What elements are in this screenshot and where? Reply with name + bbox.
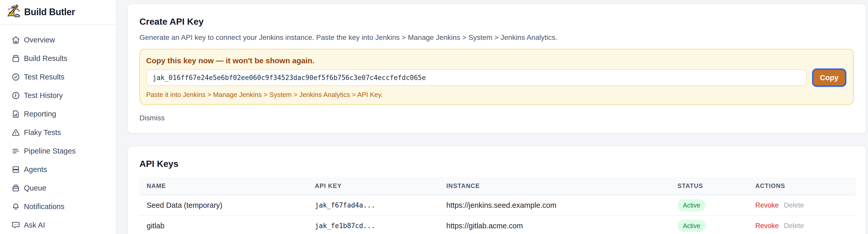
paste-instruction-note: Paste it into Jenkins > Manage Jenkins >… <box>146 91 847 99</box>
actions-cell: Revoke Delete <box>748 222 856 230</box>
create-api-key-description: Generate an API key to connect your Jenk… <box>140 33 854 42</box>
sidebar-item-label: Reporting <box>24 110 56 118</box>
sidebar-item-agents[interactable]: Agents <box>0 160 116 179</box>
sidebar-item-queue[interactable]: Queue <box>0 179 116 197</box>
api-keys-table: Name API Key Instance Status Actions See… <box>140 177 856 234</box>
bell-icon <box>11 202 20 211</box>
sidebar-item-label: Queue <box>24 184 46 192</box>
archive-icon <box>11 54 20 63</box>
sidebar-item-label: Overview <box>24 36 55 44</box>
main-content: Create API Key Generate an API key to co… <box>117 0 868 234</box>
page-title: Create API Key <box>140 16 854 27</box>
sidebar-item-reporting[interactable]: Reporting <box>0 105 116 123</box>
api-keys-card: API Keys Name API Key Instance Status Ac… <box>127 146 866 234</box>
key-name-cell: Seed Data (temporary) <box>140 201 308 210</box>
sidebar-item-notifications[interactable]: Notifications <box>0 197 116 216</box>
sidebar-item-label: Build Results <box>24 54 67 63</box>
sidebar-item-label: Ask AI <box>24 221 45 229</box>
alert-triangle-icon <box>11 128 20 137</box>
delete-button[interactable]: Delete <box>784 201 804 209</box>
api-keys-title: API Keys <box>140 158 856 170</box>
sidebar-item-build-results[interactable]: Build Results <box>0 49 116 68</box>
table-body: Seed Data (temporary) jak_f67fad4a... ht… <box>140 195 856 234</box>
sidebar-nav: Overview Build Results Test Results Test… <box>0 25 116 234</box>
delete-button[interactable]: Delete <box>784 222 804 230</box>
key-value-cell: jak_f67fad4a... <box>308 201 439 209</box>
copy-key-warning-banner: Copy this key now — it won't be shown ag… <box>140 49 854 105</box>
sidebar-item-test-results[interactable]: Test Results <box>0 68 116 86</box>
status-cell: Active <box>670 199 748 211</box>
status-badge: Active <box>677 220 706 232</box>
sidebar-item-overview[interactable]: Overview <box>0 31 116 49</box>
server-icon <box>11 165 20 174</box>
brand-header: Build Butler <box>0 0 116 25</box>
sidebar-item-flaky-tests[interactable]: Flaky Tests <box>0 123 116 142</box>
sidebar-item-label: Test Results <box>24 73 64 81</box>
revoke-button[interactable]: Revoke <box>755 222 779 230</box>
broom-logo-icon <box>6 4 21 20</box>
dismiss-button[interactable]: Dismiss <box>140 114 165 122</box>
align-left-icon <box>11 147 20 155</box>
warning-title: Copy this key now — it won't be shown ag… <box>146 56 847 65</box>
sidebar-item-ask-ai[interactable]: Ask AI <box>0 216 116 234</box>
table-header-row: Name API Key Instance Status Actions <box>140 177 856 195</box>
key-name-cell: gitlab <box>140 222 308 230</box>
toolbox-icon <box>11 184 20 192</box>
revoke-button[interactable]: Revoke <box>755 201 779 209</box>
sidebar-item-test-history[interactable]: Test History <box>0 86 116 105</box>
status-badge: Active <box>677 199 706 211</box>
clock-icon <box>11 91 20 100</box>
table-row: gitlab jak_fe1b87cd... https://gitlab.ac… <box>140 216 856 234</box>
column-header-name: Name <box>140 182 308 189</box>
sidebar-item-label: Notifications <box>24 202 64 211</box>
file-chart-icon <box>11 110 20 118</box>
chat-icon <box>11 221 20 229</box>
actions-cell: Revoke Delete <box>748 201 856 209</box>
column-header-actions: Actions <box>748 182 856 189</box>
column-header-api-key: API Key <box>308 182 439 189</box>
status-cell: Active <box>670 220 748 232</box>
sidebar-item-label: Agents <box>24 165 47 174</box>
app-title: Build Butler <box>24 7 75 18</box>
sidebar-item-label: Pipeline Stages <box>24 147 76 155</box>
key-row: Copy <box>146 68 847 87</box>
create-api-key-card: Create API Key Generate an API key to co… <box>127 4 866 134</box>
api-key-input[interactable] <box>146 69 807 86</box>
instance-url-cell: https://jenkins.seed.example.com <box>439 201 670 210</box>
table-row: Seed Data (temporary) jak_f67fad4a... ht… <box>140 195 856 216</box>
column-header-status: Status <box>670 182 748 189</box>
sidebar-item-pipeline-stages[interactable]: Pipeline Stages <box>0 142 116 160</box>
key-value-cell: jak_fe1b87cd... <box>308 222 439 230</box>
copy-button[interactable]: Copy <box>813 70 845 85</box>
home-icon <box>11 36 20 44</box>
sidebar-item-label: Flaky Tests <box>24 128 61 137</box>
sidebar-item-label: Test History <box>24 91 63 100</box>
instance-url-cell: https://gitlab.acme.com <box>439 222 670 230</box>
check-circle-icon <box>11 73 20 81</box>
column-header-instance: Instance <box>439 182 670 189</box>
sidebar: Build Butler Overview Build Results Test… <box>0 0 117 234</box>
